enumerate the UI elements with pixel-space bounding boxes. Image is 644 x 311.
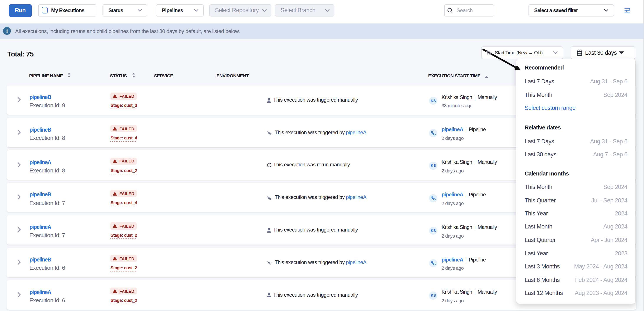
svg-text:i: i (6, 28, 8, 34)
